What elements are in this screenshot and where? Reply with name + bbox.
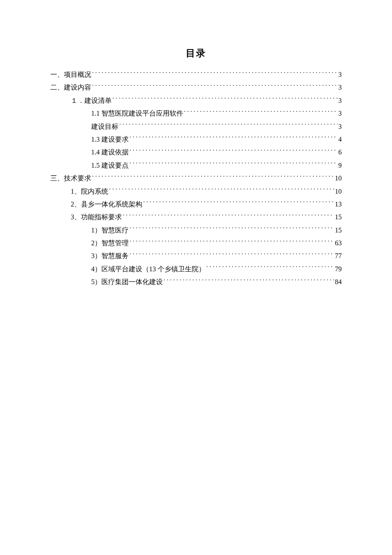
toc-leader-dots — [92, 174, 334, 180]
toc-leader-dots — [130, 135, 337, 142]
toc-entry: 1）智慧医疗15 — [50, 224, 342, 237]
toc-entry-page: 77 — [335, 250, 342, 262]
toc-entry-page: 3 — [338, 120, 342, 133]
toc-entry-label: 1.1 智慧医院建设平台应用软件 — [91, 107, 183, 120]
toc-entry-label: １．建设清单 — [71, 94, 112, 107]
toc-entry: 3、功能指标要求15 — [50, 211, 342, 224]
toc-entry: 1.5 建设要点9 — [50, 159, 342, 172]
toc-entry: 4）区域平台建设（13 个乡镇卫生院）79 — [50, 263, 342, 276]
toc-entry-page: 3 — [338, 94, 342, 107]
toc-leader-dots — [92, 83, 337, 90]
toc-entry-page: 13 — [335, 198, 342, 211]
toc-leader-dots — [112, 96, 337, 103]
toc-entry: 1.1 智慧医院建设平台应用软件3 — [50, 107, 342, 120]
toc-entry-page: 9 — [338, 159, 342, 172]
toc-entry-page: 3 — [338, 81, 342, 94]
toc-entry-label: 3）智慧服务 — [91, 250, 129, 262]
toc-entry-label: 二、建设内容 — [50, 81, 91, 94]
toc-leader-dots — [92, 70, 337, 77]
toc-leader-dots — [130, 251, 334, 258]
toc-leader-dots — [130, 161, 337, 168]
toc-entry-label: 1、院内系统 — [71, 185, 108, 198]
toc-leader-dots — [143, 200, 334, 206]
toc-entry-page: 63 — [335, 237, 342, 250]
toc-entry-page: 79 — [335, 263, 342, 276]
toc-entry-page: 15 — [335, 211, 342, 224]
toc-entry: 一、项目概况3 — [50, 68, 342, 81]
toc-entry: １．建设清单3 — [50, 94, 342, 107]
toc-entry-page: 3 — [338, 107, 342, 120]
toc-entry-page: 4 — [338, 133, 342, 146]
toc-entry-page: 10 — [335, 172, 342, 185]
toc-leader-dots — [123, 212, 334, 219]
toc-entry-page: 3 — [338, 68, 342, 81]
toc-leader-dots — [119, 122, 337, 129]
toc-entry: 2、县乡一体化系统架构13 — [50, 198, 342, 211]
toc-entry-label: 三、技术要求 — [50, 172, 91, 185]
toc-entry: 1.3 建设要求4 — [50, 133, 342, 146]
toc-entry-label: 2、县乡一体化系统架构 — [71, 198, 142, 211]
toc-entry-label: 一、项目概况 — [50, 68, 91, 81]
toc-title: 目录 — [50, 47, 342, 60]
toc-entry: 建设目标3 — [50, 120, 342, 133]
toc-leader-dots — [206, 264, 334, 271]
toc-leader-dots — [130, 226, 334, 232]
toc-entry-label: 1.5 建设要点 — [91, 159, 129, 172]
toc-entry: 2）智慧管理63 — [50, 237, 342, 250]
toc-entry: 二、建设内容3 — [50, 81, 342, 94]
toc-entry: 1、院内系统10 — [50, 185, 342, 198]
toc-leader-dots — [130, 238, 334, 245]
toc-entry: 三、技术要求10 — [50, 172, 342, 185]
toc-entry-label: 1）智慧医疗 — [91, 224, 129, 237]
toc-entry-label: 5）医疗集团一体化建设 — [91, 276, 163, 288]
toc-entry-label: 1.3 建设要求 — [91, 133, 129, 146]
toc-entry-page: 10 — [335, 185, 342, 198]
toc-leader-dots — [109, 187, 334, 194]
toc-leader-dots — [184, 109, 337, 116]
toc-entry-label: 4）区域平台建设（13 个乡镇卫生院） — [91, 263, 205, 276]
toc-entry: 1.4 建设依据6 — [50, 146, 342, 159]
toc-entry-page: 84 — [335, 276, 342, 288]
toc-entry-label: 2）智慧管理 — [91, 237, 129, 250]
toc-entry-page: 15 — [335, 224, 342, 237]
toc-leader-dots — [130, 148, 337, 154]
toc-entry: 3）智慧服务77 — [50, 250, 342, 262]
toc-container: 一、项目概况3二、建设内容3１．建设清单31.1 智慧医院建设平台应用软件3建设… — [50, 68, 342, 289]
toc-entry: 5）医疗集团一体化建设84 — [50, 276, 342, 288]
toc-entry-label: 建设目标 — [91, 120, 118, 133]
toc-entry-label: 3、功能指标要求 — [71, 211, 122, 224]
toc-entry-page: 6 — [338, 146, 342, 159]
toc-leader-dots — [164, 277, 334, 284]
toc-entry-label: 1.4 建设依据 — [91, 146, 129, 159]
